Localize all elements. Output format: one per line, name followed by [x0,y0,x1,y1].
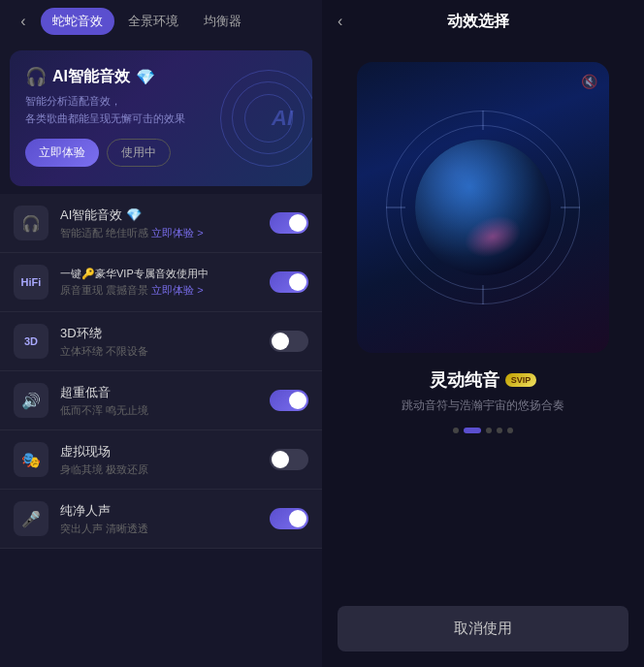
feature-icon-vocal: 🎤 [14,501,48,536]
feature-item-3d[interactable]: 3D 3D环绕 立体环绕 不限设备 [0,312,322,371]
feature-list: 🎧 AI智能音效 💎 智能适配 绝佳听感 立即体验 > HiFi 一键🔑 [0,194,322,667]
cancel-button[interactable]: 取消使用 [338,606,628,651]
toggle-knob-vocal [289,510,306,527]
spike-top [483,111,484,130]
brain-icon: 🎧 [25,66,47,87]
dots-row [453,428,513,433]
dot-3[interactable] [486,428,492,433]
right-title: 动效选择 [352,12,603,32]
feature-icon-hifi: HiFi [14,265,48,300]
toggle-knob-ai [289,214,306,232]
svip-badge: SVIP [505,373,537,387]
dot-2-active[interactable] [464,428,481,433]
nav-tabs: 蛇蛇音效 全景环境 均衡器 [41,8,312,35]
right-back-button[interactable]: ‹ [338,13,342,30]
effect-card[interactable]: 🔇 [357,62,609,353]
toggle-virtual[interactable] [270,449,308,470]
feature-info-virtual: 虚拟现场 身临其境 极致还原 [60,443,258,477]
feature-link-hifi[interactable]: 立即体验 > [151,284,203,296]
back-button[interactable]: ‹ [10,8,37,35]
top-nav: ‹ 蛇蛇音效 全景环境 均衡器 [0,0,322,43]
toggle-knob-3d [272,333,289,350]
feature-name-ai: AI智能音效 💎 [60,206,258,224]
feature-name-bass: 超重低音 [60,384,258,401]
feature-info-bass: 超重低音 低而不浑 鸣无止境 [60,384,258,418]
feature-name-virtual: 虚拟现场 [60,443,258,461]
left-panel: ‹ 蛇蛇音效 全景环境 均衡器 AI 🎧 AI智能音效 💎 智能分析适配音效， … [0,0,322,667]
spike-left [386,207,405,208]
dot-5[interactable] [507,428,513,433]
banner-circles: AI [215,65,312,172]
effect-name-row: 灵动纯音 SVIP [430,368,537,392]
using-button[interactable]: 使用中 [107,139,171,167]
ai-watermark: AI [272,106,293,131]
feature-desc-vocal: 突出人声 清晰透透 [60,522,258,536]
tab-panorama[interactable]: 全景环境 [116,8,190,35]
tab-snake-effect[interactable]: 蛇蛇音效 [41,8,114,35]
feature-icon-bass: 🔊 [14,383,48,418]
ai-banner: AI 🎧 AI智能音效 💎 智能分析适配音效， 各类歌曲都能呈现无懈可击的效果 … [10,50,312,186]
spike-bottom [483,285,484,304]
toggle-hifi[interactable] [270,271,308,293]
right-header: ‹ 动效选择 [322,0,644,43]
gem-icon-ai: 💎 [126,207,142,222]
toggle-knob-bass [289,392,306,409]
feature-info-3d: 3D环绕 立体环绕 不限设备 [60,325,258,359]
gem-icon: 💎 [136,68,155,86]
effect-name: 灵动纯音 [430,368,499,392]
feature-icon-3d: 3D [14,324,48,359]
banner-title-text: AI智能音效 [52,67,130,87]
feature-desc-hifi: 原音重现 震撼音景 立即体验 > [60,283,258,298]
toggle-vocal[interactable] [270,508,308,529]
feature-desc-ai: 智能适配 绝佳听感 立即体验 > [60,226,258,240]
feature-name-3d: 3D环绕 [60,325,258,342]
feature-item-virtual[interactable]: 🎭 虚拟现场 身临其境 极致还原 [0,430,322,490]
feature-desc-bass: 低而不浑 鸣无止境 [60,403,258,418]
feature-name-vocal: 纯净人声 [60,502,258,520]
feature-info-ai: AI智能音效 💎 智能适配 绝佳听感 立即体验 > [60,206,258,240]
tab-equalizer[interactable]: 均衡器 [192,8,253,35]
feature-info-hifi: 一键🔑豪华VIP专属音效使用中 原音重现 震撼音景 立即体验 > [60,267,258,298]
toggle-ai[interactable] [270,212,308,234]
feature-info-vocal: 纯净人声 突出人声 清晰透透 [60,502,258,536]
feature-item-hifi[interactable]: HiFi 一键🔑豪华VIP专属音效使用中 原音重现 震撼音景 立即体验 > [0,253,322,312]
feature-desc-virtual: 身临其境 极致还原 [60,462,258,477]
planet-core [415,140,551,275]
dot-4[interactable] [497,428,502,433]
toggle-3d[interactable] [270,331,308,352]
feature-icon-virtual: 🎭 [14,442,48,477]
feature-name-hifi: 一键🔑豪华VIP专属音效使用中 [60,267,258,281]
mute-icon[interactable]: 🔇 [581,74,597,89]
toggle-bass[interactable] [270,390,308,411]
feature-icon-ai: 🎧 [14,206,48,240]
toggle-knob-virtual [272,451,289,468]
toggle-knob-hifi [289,273,306,291]
feature-item-bass[interactable]: 🔊 超重低音 低而不浑 鸣无止境 [0,371,322,430]
right-panel: ‹ 动效选择 🔇 [322,0,644,667]
effect-visual [386,111,580,304]
right-content: 🔇 灵动纯音 SVIP [322,43,644,667]
feature-item-vocal[interactable]: 🎤 纯净人声 突出人声 清晰透透 [0,490,322,549]
try-button[interactable]: 立即体验 [25,139,99,167]
effect-subtitle: 跳动音符与浩瀚宇宙的悠扬合奏 [402,397,564,414]
feature-item-ai[interactable]: 🎧 AI智能音效 💎 智能适配 绝佳听感 立即体验 > [0,194,322,253]
feature-link-ai[interactable]: 立即体验 > [151,227,203,238]
spike-right [561,207,580,208]
dot-1[interactable] [453,428,459,433]
feature-desc-3d: 立体环绕 不限设备 [60,344,258,359]
planet-glow [415,140,551,275]
